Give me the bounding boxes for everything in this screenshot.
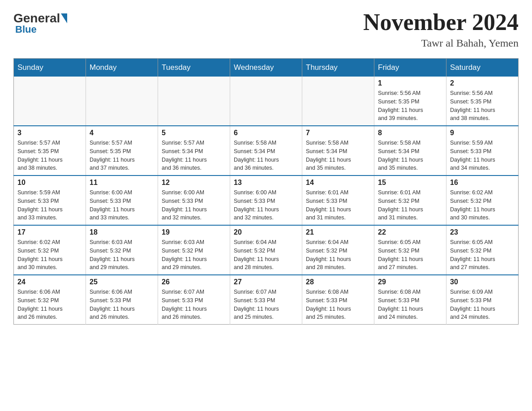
- location-title: Tawr al Bahah, Yemen: [363, 37, 519, 49]
- day-info: Sunrise: 5:56 AMSunset: 5:35 PMDaylight:…: [378, 89, 442, 123]
- day-info: Sunrise: 5:57 AMSunset: 5:35 PMDaylight:…: [90, 139, 154, 172]
- calendar-cell: 1Sunrise: 5:56 AMSunset: 5:35 PMDaylight…: [374, 77, 446, 126]
- calendar-cell: 6Sunrise: 5:58 AMSunset: 5:34 PMDaylight…: [230, 126, 302, 176]
- day-number: 19: [162, 228, 226, 236]
- day-info: Sunrise: 6:05 AMSunset: 5:32 PMDaylight:…: [450, 238, 515, 272]
- day-number: 22: [378, 228, 442, 236]
- day-number: 8: [378, 129, 442, 137]
- day-info: Sunrise: 6:00 AMSunset: 5:33 PMDaylight:…: [90, 188, 154, 222]
- day-number: 14: [306, 179, 370, 187]
- day-number: 10: [17, 179, 82, 187]
- day-info: Sunrise: 6:01 AMSunset: 5:33 PMDaylight:…: [306, 188, 370, 222]
- calendar-cell: 17Sunrise: 6:02 AMSunset: 5:32 PMDayligh…: [14, 225, 86, 275]
- week-row-2: 3Sunrise: 5:57 AMSunset: 5:35 PMDaylight…: [14, 126, 519, 176]
- day-info: Sunrise: 5:57 AMSunset: 5:35 PMDaylight:…: [17, 139, 82, 172]
- day-info: Sunrise: 6:09 AMSunset: 5:33 PMDaylight:…: [450, 288, 515, 321]
- weekday-header-saturday: Saturday: [446, 59, 519, 77]
- calendar-cell: [14, 77, 86, 126]
- day-number: 16: [450, 179, 515, 187]
- calendar-cell: [158, 77, 230, 126]
- calendar-table: SundayMondayTuesdayWednesdayThursdayFrid…: [13, 58, 519, 325]
- day-number: 13: [234, 179, 298, 187]
- day-info: Sunrise: 6:08 AMSunset: 5:33 PMDaylight:…: [306, 288, 370, 321]
- weekday-header-tuesday: Tuesday: [158, 59, 230, 77]
- calendar-cell: 27Sunrise: 6:07 AMSunset: 5:33 PMDayligh…: [230, 275, 302, 325]
- day-info: Sunrise: 6:06 AMSunset: 5:33 PMDaylight:…: [90, 288, 154, 321]
- calendar-cell: 28Sunrise: 6:08 AMSunset: 5:33 PMDayligh…: [302, 275, 374, 325]
- weekday-header-friday: Friday: [374, 59, 446, 77]
- day-info: Sunrise: 6:06 AMSunset: 5:32 PMDaylight:…: [17, 288, 82, 321]
- calendar-cell: 4Sunrise: 5:57 AMSunset: 5:35 PMDaylight…: [86, 126, 158, 176]
- week-row-3: 10Sunrise: 5:59 AMSunset: 5:33 PMDayligh…: [14, 176, 519, 225]
- weekday-header-row: SundayMondayTuesdayWednesdayThursdayFrid…: [14, 59, 519, 77]
- calendar-cell: 12Sunrise: 6:00 AMSunset: 5:33 PMDayligh…: [158, 176, 230, 225]
- calendar-cell: 16Sunrise: 6:02 AMSunset: 5:32 PMDayligh…: [446, 176, 519, 225]
- calendar-cell: 20Sunrise: 6:04 AMSunset: 5:32 PMDayligh…: [230, 225, 302, 275]
- day-number: 25: [90, 278, 154, 286]
- day-info: Sunrise: 5:59 AMSunset: 5:33 PMDaylight:…: [450, 139, 515, 172]
- day-info: Sunrise: 6:07 AMSunset: 5:33 PMDaylight:…: [234, 288, 298, 321]
- week-row-5: 24Sunrise: 6:06 AMSunset: 5:32 PMDayligh…: [14, 275, 519, 325]
- day-number: 1: [378, 79, 442, 87]
- calendar-cell: 26Sunrise: 6:07 AMSunset: 5:33 PMDayligh…: [158, 275, 230, 325]
- calendar-cell: 9Sunrise: 5:59 AMSunset: 5:33 PMDaylight…: [446, 126, 519, 176]
- calendar-cell: 29Sunrise: 6:08 AMSunset: 5:33 PMDayligh…: [374, 275, 446, 325]
- week-row-1: 1Sunrise: 5:56 AMSunset: 5:35 PMDaylight…: [14, 77, 519, 126]
- day-number: 4: [90, 129, 154, 137]
- calendar-cell: 15Sunrise: 6:01 AMSunset: 5:32 PMDayligh…: [374, 176, 446, 225]
- day-info: Sunrise: 5:57 AMSunset: 5:34 PMDaylight:…: [162, 139, 226, 172]
- logo: General Blue: [13, 9, 68, 35]
- weekday-header-sunday: Sunday: [14, 59, 86, 77]
- day-number: 15: [378, 179, 442, 187]
- calendar-cell: [86, 77, 158, 126]
- day-number: 28: [306, 278, 370, 286]
- calendar-cell: 13Sunrise: 6:00 AMSunset: 5:33 PMDayligh…: [230, 176, 302, 225]
- day-number: 17: [17, 228, 82, 236]
- calendar-cell: [302, 77, 374, 126]
- day-info: Sunrise: 5:58 AMSunset: 5:34 PMDaylight:…: [306, 139, 370, 172]
- calendar-cell: 23Sunrise: 6:05 AMSunset: 5:32 PMDayligh…: [446, 225, 519, 275]
- page-header: General Blue November 2024 Tawr al Bahah…: [13, 9, 519, 49]
- day-number: 18: [90, 228, 154, 236]
- day-number: 6: [234, 129, 298, 137]
- weekday-header-thursday: Thursday: [302, 59, 374, 77]
- day-info: Sunrise: 6:02 AMSunset: 5:32 PMDaylight:…: [17, 238, 82, 272]
- day-info: Sunrise: 6:00 AMSunset: 5:33 PMDaylight:…: [234, 188, 298, 222]
- calendar-cell: 3Sunrise: 5:57 AMSunset: 5:35 PMDaylight…: [14, 126, 86, 176]
- day-number: 20: [234, 228, 298, 236]
- day-number: 29: [378, 278, 442, 286]
- day-number: 26: [162, 278, 226, 286]
- calendar-cell: 21Sunrise: 6:04 AMSunset: 5:32 PMDayligh…: [302, 225, 374, 275]
- calendar-cell: [230, 77, 302, 126]
- title-area: November 2024 Tawr al Bahah, Yemen: [363, 9, 519, 49]
- month-title: November 2024: [363, 9, 519, 35]
- weekday-header-wednesday: Wednesday: [230, 59, 302, 77]
- day-info: Sunrise: 5:56 AMSunset: 5:35 PMDaylight:…: [450, 89, 515, 123]
- day-number: 23: [450, 228, 515, 236]
- weekday-header-monday: Monday: [86, 59, 158, 77]
- calendar-cell: 14Sunrise: 6:01 AMSunset: 5:33 PMDayligh…: [302, 176, 374, 225]
- calendar-cell: 7Sunrise: 5:58 AMSunset: 5:34 PMDaylight…: [302, 126, 374, 176]
- day-info: Sunrise: 6:03 AMSunset: 5:32 PMDaylight:…: [90, 238, 154, 272]
- day-number: 11: [90, 179, 154, 187]
- calendar-cell: 19Sunrise: 6:03 AMSunset: 5:32 PMDayligh…: [158, 225, 230, 275]
- calendar-cell: 25Sunrise: 6:06 AMSunset: 5:33 PMDayligh…: [86, 275, 158, 325]
- day-info: Sunrise: 6:01 AMSunset: 5:32 PMDaylight:…: [378, 188, 442, 222]
- calendar-cell: 10Sunrise: 5:59 AMSunset: 5:33 PMDayligh…: [14, 176, 86, 225]
- calendar-cell: 30Sunrise: 6:09 AMSunset: 5:33 PMDayligh…: [446, 275, 519, 325]
- day-number: 21: [306, 228, 370, 236]
- day-info: Sunrise: 5:59 AMSunset: 5:33 PMDaylight:…: [17, 188, 82, 222]
- day-info: Sunrise: 6:08 AMSunset: 5:33 PMDaylight:…: [378, 288, 442, 321]
- calendar-cell: 8Sunrise: 5:58 AMSunset: 5:34 PMDaylight…: [374, 126, 446, 176]
- day-info: Sunrise: 6:02 AMSunset: 5:32 PMDaylight:…: [450, 188, 515, 222]
- logo-arrow-icon: [61, 13, 67, 23]
- day-info: Sunrise: 6:04 AMSunset: 5:32 PMDaylight:…: [306, 238, 370, 272]
- day-info: Sunrise: 6:07 AMSunset: 5:33 PMDaylight:…: [162, 288, 226, 321]
- calendar-cell: 22Sunrise: 6:05 AMSunset: 5:32 PMDayligh…: [374, 225, 446, 275]
- day-info: Sunrise: 6:00 AMSunset: 5:33 PMDaylight:…: [162, 188, 226, 222]
- day-number: 2: [450, 79, 515, 87]
- day-number: 7: [306, 129, 370, 137]
- day-info: Sunrise: 6:05 AMSunset: 5:32 PMDaylight:…: [378, 238, 442, 272]
- day-number: 27: [234, 278, 298, 286]
- day-number: 30: [450, 278, 515, 286]
